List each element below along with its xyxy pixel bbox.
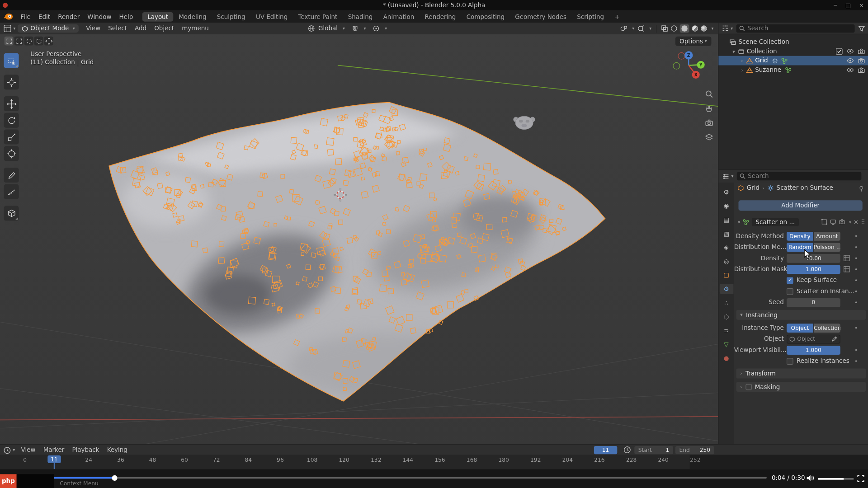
realize-instances-checkbox[interactable] xyxy=(787,358,793,365)
overlays-dropdown-icon[interactable]: ▾ xyxy=(649,26,651,31)
add-modifier-button[interactable]: Add Modifier xyxy=(738,200,862,211)
animate-dot[interactable] xyxy=(855,291,857,292)
check-toggle-icon[interactable] xyxy=(835,47,843,55)
scatter-on-instances-checkbox[interactable] xyxy=(787,288,793,295)
animate-dot[interactable] xyxy=(855,349,857,351)
pin-icon[interactable] xyxy=(858,185,865,192)
playhead-line[interactable] xyxy=(54,463,55,469)
disclosure-icon[interactable]: › xyxy=(738,58,745,63)
distribution-mask-slider[interactable]: 1.000 xyxy=(787,265,840,274)
menu-render[interactable]: Render xyxy=(54,13,84,20)
tool-select-box[interactable] xyxy=(4,53,19,68)
animate-dot[interactable] xyxy=(855,268,857,270)
tool-scale[interactable] xyxy=(4,130,19,145)
eyedropper-icon[interactable] xyxy=(831,336,837,342)
transform-section-header[interactable]: ›Transform xyxy=(736,369,866,379)
tool-annotate[interactable] xyxy=(4,168,19,183)
playhead-label[interactable]: 11 xyxy=(47,455,61,463)
camera-view-icon[interactable] xyxy=(705,118,714,127)
outliner-row-collection[interactable]: ▾Collection xyxy=(718,47,868,56)
tool-measure[interactable] xyxy=(4,184,19,199)
timeline-editor-icon[interactable] xyxy=(3,446,11,454)
minimize-button[interactable]: ─ xyxy=(834,2,837,8)
modifier-extras-dropdown-icon[interactable]: ▾ xyxy=(849,220,851,225)
viewport-menu-view[interactable]: View xyxy=(82,25,104,32)
viewport-menu-mymenu[interactable]: mymenu xyxy=(178,25,213,32)
properties-tab-view-layer[interactable]: ▧ xyxy=(719,229,733,239)
viewport-menu-object[interactable]: Object xyxy=(151,25,178,32)
animate-dot[interactable] xyxy=(855,257,857,259)
properties-tab-data[interactable]: ▽ xyxy=(719,339,733,349)
workspace-tab-uv-editing[interactable]: UV Editing xyxy=(251,12,292,21)
workspace-tab-sculpting[interactable]: Sculpting xyxy=(212,12,250,21)
properties-tab-render[interactable]: ◉ xyxy=(719,201,733,211)
instance-type-object-button[interactable]: Object xyxy=(787,324,813,333)
shading-solid-button[interactable] xyxy=(680,24,689,33)
density-method-amount-button[interactable]: Amount xyxy=(814,231,840,240)
navigation-gizmo[interactable]: Z Y X xyxy=(669,46,708,85)
panel-expand-icon[interactable]: ▾ xyxy=(738,220,740,225)
animate-dot[interactable] xyxy=(855,360,857,362)
suzanne-object[interactable] xyxy=(514,116,535,129)
select-circle-button[interactable] xyxy=(24,37,33,46)
properties-dropdown-icon[interactable]: ▾ xyxy=(731,174,734,178)
timeline-menu-playback[interactable]: Playback xyxy=(68,446,103,454)
density-method-density-button[interactable]: Density xyxy=(787,231,813,240)
properties-tab-particles[interactable]: ∴ xyxy=(719,298,733,308)
shading-wireframe-button[interactable] xyxy=(671,25,677,31)
animate-dot[interactable] xyxy=(855,235,857,237)
timeline-ruler[interactable]: 0122436486072849610812013214415616818019… xyxy=(0,455,868,469)
proportional-edit-icon[interactable] xyxy=(373,25,380,32)
eye-toggle-icon[interactable] xyxy=(846,66,854,74)
workspace-tab-geometry-nodes[interactable]: Geometry Nodes xyxy=(510,12,571,21)
workspace-tab-texture-paint[interactable]: Texture Paint xyxy=(293,12,342,21)
outliner-row-scene-collection[interactable]: Scene Collection xyxy=(718,37,868,47)
camera-toggle-icon[interactable] xyxy=(858,47,865,55)
gizmo-toggle-icon[interactable] xyxy=(620,25,627,32)
volume-icon[interactable] xyxy=(806,474,815,482)
current-frame-field[interactable]: 11 xyxy=(594,446,617,454)
blender-logo-icon[interactable] xyxy=(3,13,13,20)
workspace-tab-shading[interactable]: Shading xyxy=(343,12,378,21)
end-frame-field[interactable]: End250 xyxy=(675,446,714,454)
gizmo-dropdown-icon[interactable]: ▾ xyxy=(632,26,634,31)
animate-dot[interactable] xyxy=(855,246,857,248)
tool-move[interactable] xyxy=(4,96,19,111)
xray-toggle-icon[interactable] xyxy=(661,25,668,32)
tool-transform[interactable] xyxy=(4,146,19,161)
toggle-ortho-icon[interactable] xyxy=(705,133,714,142)
properties-tab-constraints[interactable]: ⊃ xyxy=(719,325,733,335)
mode-dropdown[interactable]: Object Mode▾ xyxy=(18,24,79,33)
editor-type-dropdown-icon[interactable]: ▾ xyxy=(13,26,15,31)
workspace-tab-compositing[interactable]: Compositing xyxy=(462,12,509,21)
overlays-toggle-icon[interactable] xyxy=(637,25,645,32)
properties-tab-object[interactable]: ▢ xyxy=(719,270,733,280)
proportional-dropdown-icon[interactable]: ▾ xyxy=(385,26,387,31)
outliner-mode-dropdown-icon[interactable]: ▾ xyxy=(731,26,733,31)
timeline-menu-view[interactable]: View xyxy=(17,446,39,454)
properties-tab-scene[interactable]: ◈ xyxy=(719,242,733,252)
add-workspace-button[interactable]: + xyxy=(609,12,624,21)
options-button[interactable]: Options▾ xyxy=(675,37,711,46)
properties-tab-modifiers[interactable]: ⚙ xyxy=(719,284,733,294)
zoom-icon[interactable] xyxy=(705,89,714,99)
disclosure-icon[interactable]: ▾ xyxy=(730,48,737,54)
start-frame-field[interactable]: Start1 xyxy=(634,446,673,454)
eye-toggle-icon[interactable] xyxy=(846,57,854,65)
outliner-editor-icon[interactable] xyxy=(722,24,729,32)
instancing-section-header[interactable]: ▾Instancing xyxy=(736,310,866,320)
object-picker-field[interactable]: Object xyxy=(787,334,840,343)
properties-tab-physics[interactable]: ◌ xyxy=(719,311,733,321)
animate-dot[interactable] xyxy=(855,327,857,329)
outliner-row-grid[interactable]: ›Grid xyxy=(718,56,868,66)
distribution-poisson-button[interactable]: Poisson ... xyxy=(814,243,840,252)
camera-toggle-icon[interactable] xyxy=(858,66,865,74)
close-button[interactable]: × xyxy=(859,2,863,8)
masking-checkbox[interactable] xyxy=(745,384,751,389)
density-field[interactable]: 10.00 xyxy=(787,253,840,263)
tool-cursor[interactable] xyxy=(4,75,19,89)
seed-field[interactable]: 0 xyxy=(787,298,840,307)
select-paint-button[interactable] xyxy=(44,37,53,46)
breadcrumb-modifier[interactable]: Scatter on Surface xyxy=(777,184,833,192)
menu-file[interactable]: File xyxy=(17,13,35,20)
